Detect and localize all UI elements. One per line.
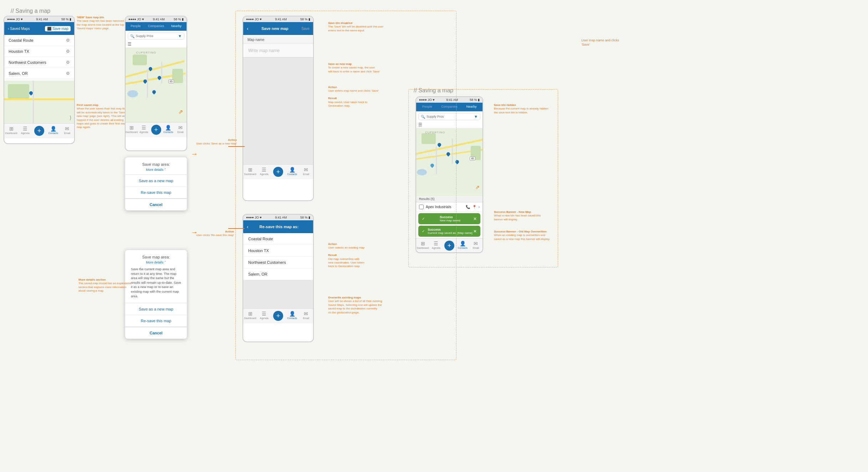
map-name-placeholder: Write map name	[248, 48, 280, 53]
annotation-action-result-save: Action User enters map name and clicks '…	[328, 86, 379, 108]
tab-nearby-r[interactable]: Nearby	[460, 103, 482, 111]
map-cupertino-label: CUPERTINO	[136, 51, 156, 54]
phone-main-right: ●●●● JO ♥ 9:41 AM 58 % ▮ People Companie…	[415, 96, 483, 253]
pin-icon[interactable]: 📍	[472, 205, 476, 209]
tab-contacts[interactable]: 👤 Contacts	[46, 125, 60, 137]
arrow-to-save-new: →	[191, 150, 198, 158]
arrow-to-resave: →	[191, 228, 198, 236]
annotation-more-details: More details section The saved map modal…	[78, 278, 132, 293]
tab-add[interactable]: +	[32, 125, 46, 137]
tab-email[interactable]: ✉ Email	[60, 125, 74, 137]
tab-dashboard-5[interactable]: ⊞ Dashboard	[416, 240, 429, 252]
annotation-success-new: Success Banner - New Map When a new btn …	[494, 210, 541, 221]
tab-people[interactable]: People	[126, 22, 146, 31]
saved-maps-list: Coastal Route ⚙ Houston TX ⚙ Northwest C…	[4, 35, 74, 79]
annotation-action-save-as-new: Action User clicks 'Save as a new map'	[196, 138, 237, 146]
back-btn-4[interactable]: ‹	[247, 224, 249, 230]
tab-add-5[interactable]: +	[443, 240, 456, 252]
tab-contacts-3[interactable]: 👤 Contacts	[285, 166, 299, 178]
tab-contacts-4[interactable]: 👤 Contacts	[285, 310, 299, 322]
location-icon[interactable]: ⇗	[178, 108, 183, 115]
tab-agenda[interactable]: ☰ Agenda	[18, 125, 32, 137]
tab-add-3[interactable]: +	[271, 166, 285, 178]
tab-agenda-3[interactable]: ☰ Agenda	[257, 166, 271, 178]
tab-agenda-4[interactable]: ☰ Agenda	[257, 310, 271, 322]
tab-dashboard[interactable]: ⊞ Dashboard	[4, 125, 18, 137]
map-area-1: CUPERTINO 85 ⇗	[126, 47, 187, 122]
section-title-2: // Saving a map	[414, 87, 453, 94]
chevron-right-icon[interactable]: ›	[479, 205, 480, 209]
status-bar-4: ●●●● JO ♥ 9:41 AM 58 % ▮	[243, 215, 313, 220]
arrow-line-1	[228, 146, 245, 147]
phone-icon[interactable]: 📞	[466, 205, 470, 209]
status-bar-2: ●●●● JO ♥ 9:41 AM 58 % ▮	[126, 16, 187, 22]
resave-houston[interactable]: Houston TX	[243, 245, 313, 257]
resave-coastal[interactable]: Coastal Route	[243, 233, 313, 245]
tab-nearby[interactable]: Nearby	[166, 22, 187, 31]
tab-companies-r[interactable]: Companies	[438, 103, 460, 111]
result-checkbox[interactable]	[419, 205, 424, 209]
tab-add-2[interactable]: +	[150, 124, 162, 136]
resave-empty	[243, 280, 313, 308]
tab-contacts-2[interactable]: 👤 Contacts	[162, 124, 174, 136]
map-name-input-area[interactable]: Write map name	[243, 43, 313, 57]
location-arrow[interactable]: ⟩	[70, 115, 71, 120]
tab-email-2[interactable]: ✉ Email	[174, 124, 187, 136]
tab-contacts-5[interactable]: 👤 Contacts	[456, 240, 469, 252]
tab-email-5[interactable]: ✉ Email	[469, 240, 482, 252]
tab-dashboard-2[interactable]: ⊞ Dashboard	[126, 124, 138, 136]
map-item-salem[interactable]: Salem, OR ⚙	[4, 68, 74, 79]
tab-add-4[interactable]: +	[271, 310, 285, 322]
modal-title-2: Save map area:	[127, 252, 185, 260]
annotation-overwrite: Overwrite existing maps User will be sho…	[328, 296, 382, 314]
modal-expanded-text: Save the current map area and return to …	[127, 265, 185, 301]
tab-agenda-5[interactable]: ☰ Agenda	[429, 240, 443, 252]
map-item-houston[interactable]: Houston TX ⚙	[4, 46, 74, 57]
resave-northwest[interactable]: Northwest Customers	[243, 257, 313, 268]
resave-map-btn-1[interactable]: Re-save this map	[125, 186, 187, 198]
back-btn[interactable]: ‹ Saved Maps	[8, 27, 30, 31]
page-title-resave: Re-save this map as:	[260, 225, 298, 229]
search-bar-2[interactable]: 🔍 Supply Pros ▼	[418, 113, 480, 120]
cancel-btn-2[interactable]: Cancel	[125, 327, 187, 339]
bottom-nav-1: ⊞ Dashboard ☰ Agenda + 👤 Contacts ✉ Emai…	[4, 123, 74, 138]
map-item-coastal[interactable]: Coastal Route ⚙	[4, 35, 74, 46]
tab-agenda-2[interactable]: ☰ Agenda	[138, 124, 150, 136]
modal-save-area-expanded: Save map area: More details ˅ Save the c…	[125, 250, 187, 339]
banner-close-old[interactable]: ✕	[473, 229, 477, 234]
annotation-first-saved: First saved map When the user saves thei…	[77, 103, 128, 129]
banner-close-new[interactable]: ✕	[473, 216, 477, 221]
modal-title-1: Save map area:	[127, 159, 185, 167]
save-as-new-map-btn-1[interactable]: Save as a new map	[125, 175, 187, 186]
save-map-body	[243, 57, 313, 164]
arrow-line-2	[228, 228, 245, 229]
hamburger-icon[interactable]: ☰	[126, 41, 187, 47]
bottom-nav-5: ⊞ Dashboard ☰ Agenda + 👤 Contacts ✉ Emai…	[416, 238, 482, 253]
modal-more-details-2[interactable]: More details ˅	[127, 260, 185, 265]
tab-people-r[interactable]: People	[416, 103, 438, 111]
bottom-nav-3: ⊞ Dashboard ☰ Agenda + 👤 Contacts ✉ Emai…	[243, 164, 313, 179]
page-title-save-new: Save new map	[261, 26, 289, 31]
annotation-action-resave: Action User clicks 'Re-save this map'	[196, 230, 234, 237]
tab-email-4[interactable]: ✉ Email	[299, 310, 313, 322]
tab-email-3[interactable]: ✉ Email	[299, 166, 313, 178]
tab-companies[interactable]: Companies	[146, 22, 166, 31]
tab-dashboard-4[interactable]: ⊞ Dashboard	[243, 310, 257, 322]
search-bar-1[interactable]: 🔍 Supply Pros ▼	[128, 32, 184, 40]
resave-map-btn-2[interactable]: Re-save this map	[125, 315, 187, 327]
cancel-btn-1[interactable]: Cancel	[125, 198, 187, 210]
annotation-success-old: Success Banner - Old Map Overwritten Whe…	[494, 230, 550, 241]
resave-salem[interactable]: Salem, OR	[243, 268, 313, 280]
nav-bar-resave: ‹ Re-save this map as:	[243, 220, 313, 233]
hamburger-icon-r[interactable]: ☰	[416, 122, 482, 128]
status-bar-3: ●●●● JO ♥ 9:41 AM 58 % ▮	[243, 16, 313, 22]
modal-more-details-1[interactable]: More details ˅	[127, 167, 185, 172]
save-btn-disabled[interactable]: Save	[301, 27, 310, 31]
map-item-northwest[interactable]: Northwest Customers ⚙	[4, 57, 74, 68]
save-as-new-map-btn-2[interactable]: Save as a new map	[125, 303, 187, 315]
save-map-btn[interactable]: ⬛ Save map	[45, 26, 71, 31]
result-apex[interactable]: Apex Industrials 📞 📍 ›	[416, 202, 482, 212]
back-btn-3[interactable]: ‹	[247, 26, 249, 31]
location-arrow-r[interactable]: ⇗	[475, 184, 480, 190]
tab-dashboard-3[interactable]: ⊞ Dashboard	[243, 166, 257, 178]
